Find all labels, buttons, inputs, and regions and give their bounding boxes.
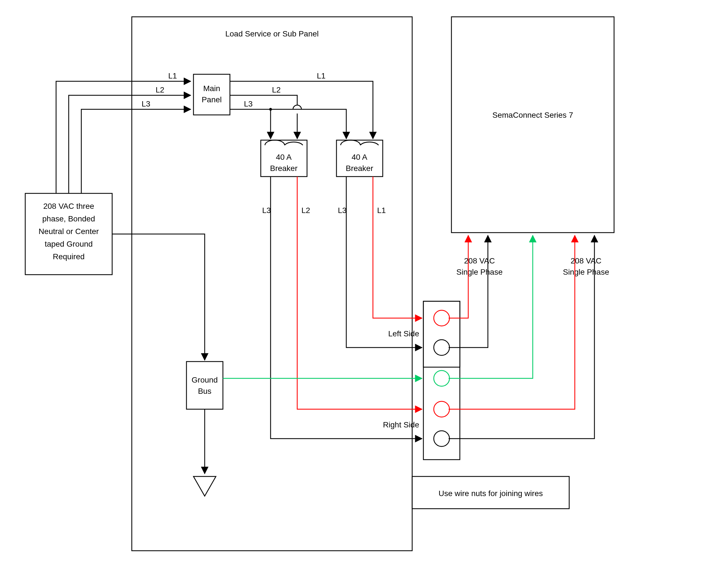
label-in-l3: L3	[142, 100, 150, 108]
terminal-1	[434, 310, 449, 326]
source-l2: phase, Bonded	[42, 214, 95, 223]
main-panel-l2: Panel	[202, 95, 222, 104]
wire-nuts-label: Use wire nuts for joining wires	[438, 489, 543, 498]
sub-panel-title: Load Service or Sub Panel	[225, 29, 319, 38]
phase1-l2: Single Phase	[456, 268, 503, 276]
main-panel-l1: Main	[203, 84, 220, 93]
terminal-5	[434, 431, 449, 446]
source-l3: Neutral or Center	[39, 227, 99, 236]
label-b2-l1: L1	[377, 206, 386, 215]
source-l4: taped Ground	[45, 239, 93, 248]
node-l3-split	[269, 108, 272, 111]
phase2-l2: Single Phase	[563, 268, 609, 276]
label-in-l2: L2	[156, 85, 164, 94]
breaker-1-l1: 40 A	[276, 153, 292, 162]
label-b1-l3: L3	[262, 206, 271, 215]
ground-bus-box	[186, 361, 223, 409]
label-b2-l3: L3	[338, 206, 347, 215]
terminal-4	[434, 401, 449, 417]
label-out-l3: L3	[244, 100, 253, 108]
label-out-l2: L2	[272, 85, 281, 94]
sema-box	[451, 17, 614, 233]
breaker-2-l1: 40 A	[352, 153, 367, 162]
breaker-2-l2: Breaker	[346, 164, 373, 173]
source-l5: Required	[53, 252, 85, 261]
ground-bus-l1: Ground	[191, 376, 218, 384]
wire-t5-sema	[449, 235, 594, 439]
ground-bus-l2: Bus	[198, 387, 211, 396]
terminal-2	[434, 340, 449, 355]
main-panel-box	[193, 74, 230, 115]
sema-label: SemaConnect Series 7	[492, 111, 573, 119]
label-out-l1: L1	[317, 71, 326, 80]
breaker-1-l2: Breaker	[270, 164, 298, 173]
right-side-label: Right Side	[383, 420, 419, 429]
left-side-label: Left Side	[388, 329, 419, 338]
terminal-3	[434, 371, 449, 386]
label-b1-l2: L2	[302, 206, 310, 215]
sub-panel-box	[132, 17, 412, 551]
source-l1: 208 VAC three	[43, 202, 94, 210]
label-in-l1: L1	[168, 71, 177, 80]
wiring-diagram: Load Service or Sub Panel 208 VAC three …	[0, 0, 715, 588]
